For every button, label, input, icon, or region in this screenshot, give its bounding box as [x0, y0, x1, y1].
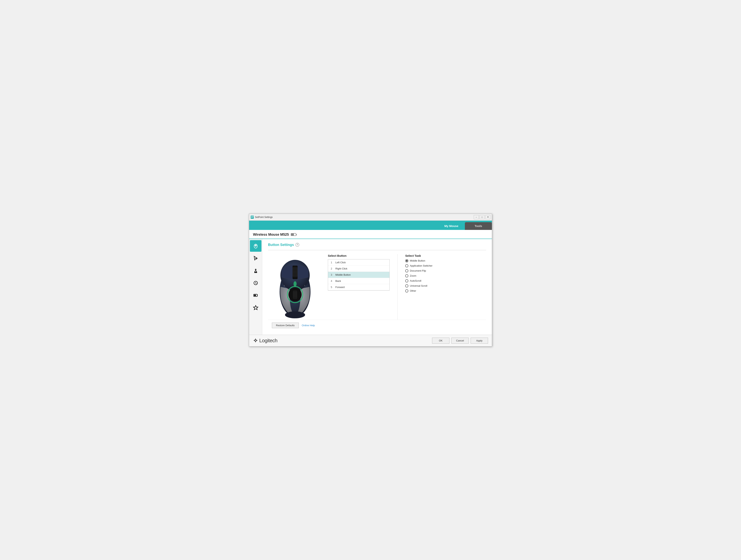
mouse-svg: ‹ ›: [274, 254, 316, 320]
sidebar-item-buttons[interactable]: [250, 240, 262, 252]
restore-button[interactable]: □: [479, 215, 484, 219]
sidebar-item-pointer[interactable]: [250, 252, 262, 264]
svg-marker-13: [253, 305, 258, 310]
svg-line-4: [256, 258, 257, 259]
radio-autoscroll[interactable]: [405, 279, 408, 283]
sidebar: [249, 239, 262, 335]
radio-universal-scroll[interactable]: [405, 284, 408, 288]
apply-button[interactable]: Apply: [471, 337, 488, 344]
minimize-button[interactable]: −: [474, 215, 479, 219]
title-bar: SP SetPoint Settings − □ ✕: [249, 214, 492, 221]
section-title-text: Button Settings: [268, 243, 294, 247]
radio-middle-button[interactable]: [405, 259, 408, 262]
window-controls: − □ ✕: [474, 215, 490, 219]
two-column-layout: ‹ › Select Button 1: [268, 254, 486, 320]
button-list-item-selected[interactable]: 3 Middle Button: [328, 272, 389, 278]
cancel-button[interactable]: Cancel: [451, 337, 469, 344]
tab-my-mouse[interactable]: My Mouse: [438, 222, 465, 230]
svg-point-3: [255, 246, 256, 246]
svg-point-35: [285, 311, 305, 318]
task-item-doc-flip[interactable]: Document Flip: [405, 269, 486, 272]
main-body: Button Settings ?: [249, 239, 492, 335]
window-title: SetPoint Settings: [255, 216, 474, 219]
divider: [268, 250, 486, 250]
button-list-item[interactable]: 4 Back: [328, 278, 389, 284]
button-list-item[interactable]: 1 Left Click: [328, 259, 389, 266]
bottom-actions: OK Cancel Apply: [432, 337, 488, 344]
device-header: Wireless Mouse M525: [249, 230, 492, 239]
mouse-image: ‹ ›: [274, 254, 316, 320]
battery-indicator: [291, 233, 296, 236]
task-list: Middle Button Application Switcher Docum…: [405, 259, 486, 293]
close-button[interactable]: ✕: [485, 215, 490, 219]
mouse-visual-col: ‹ ›: [268, 254, 322, 320]
select-button-label: Select Button: [328, 254, 390, 257]
task-item-zoom[interactable]: Zoom: [405, 274, 486, 277]
restore-defaults-button[interactable]: Restore Defaults: [272, 323, 299, 328]
task-item-app-switcher[interactable]: Application Switcher: [405, 264, 486, 267]
svg-text:‹: ‹: [284, 284, 285, 287]
button-list: 1 Left Click 2 Right Click 3 Middle Butt…: [328, 259, 390, 291]
vertical-divider: [397, 254, 398, 320]
task-item-universal-scroll[interactable]: Universal Scroll: [405, 284, 486, 288]
radio-other[interactable]: [405, 289, 408, 293]
device-name: Wireless Mouse M525: [253, 233, 289, 237]
bottom-bar: ✧ Logitech OK Cancel Apply: [249, 335, 492, 346]
task-item-other[interactable]: Other: [405, 289, 486, 293]
app-icon: SP: [251, 215, 254, 219]
brand-name: Logitech: [259, 337, 277, 344]
sidebar-item-scroll[interactable]: [250, 277, 262, 289]
ok-button[interactable]: OK: [432, 337, 450, 344]
sidebar-item-more[interactable]: [250, 302, 262, 313]
button-list-item[interactable]: 2 Right Click: [328, 266, 389, 272]
tab-bar: My Mouse Tools: [249, 221, 492, 230]
online-help-link[interactable]: Online Help: [302, 324, 315, 327]
radio-zoom[interactable]: [405, 274, 408, 277]
logitech-icon: ✧: [253, 337, 258, 344]
svg-point-32: [293, 281, 296, 287]
svg-rect-12: [254, 295, 256, 296]
content-area: Button Settings ?: [262, 239, 492, 335]
button-list-item[interactable]: 5 Forward: [328, 284, 389, 290]
sidebar-item-chess[interactable]: [250, 265, 262, 276]
right-col: Select Button 1 Left Click 2 Right Click: [328, 254, 486, 320]
task-item-middle-button[interactable]: Middle Button: [405, 259, 486, 262]
section-title-row: Button Settings ?: [268, 243, 486, 247]
sidebar-item-battery[interactable]: [250, 290, 262, 301]
help-icon[interactable]: ?: [295, 243, 299, 247]
tab-tools[interactable]: Tools: [465, 222, 492, 230]
main-window: SP SetPoint Settings − □ ✕ My Mouse Tool…: [249, 214, 492, 347]
svg-text:›: ›: [304, 284, 305, 287]
select-button-section: Select Button 1 Left Click 2 Right Click: [328, 254, 390, 320]
radio-app-switcher[interactable]: [405, 264, 408, 267]
footer-area: Restore Defaults Online Help: [268, 320, 486, 331]
select-task-section: Select Task Middle Button Application Sw…: [405, 254, 486, 320]
select-task-label: Select Task: [405, 254, 486, 257]
logitech-logo: ✧ Logitech: [253, 337, 277, 344]
svg-point-7: [255, 269, 256, 270]
svg-rect-26: [293, 291, 297, 299]
radio-doc-flip[interactable]: [405, 269, 408, 272]
task-item-autoscroll[interactable]: AutoScroll: [405, 279, 486, 283]
svg-rect-6: [255, 272, 257, 272]
